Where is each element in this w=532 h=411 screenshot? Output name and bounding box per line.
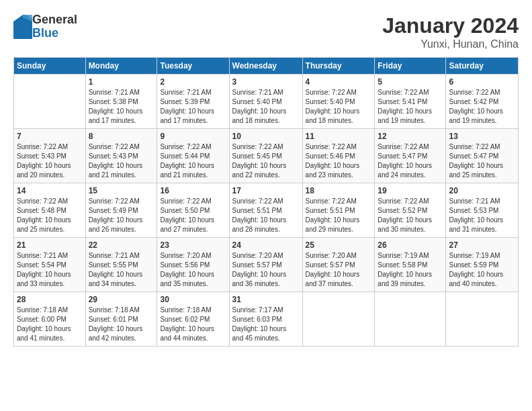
calendar-cell: 26Sunrise: 7:19 AMSunset: 5:58 PMDayligh… xyxy=(375,238,446,292)
day-number: 2 xyxy=(160,77,226,87)
day-info: Sunrise: 7:22 AMSunset: 5:51 PMDaylight:… xyxy=(232,197,287,233)
header-day-thursday: Thursday xyxy=(302,58,375,75)
day-number: 28 xyxy=(17,295,83,304)
day-info: Sunrise: 7:22 AMSunset: 5:43 PMDaylight:… xyxy=(89,143,143,179)
calendar-cell: 22Sunrise: 7:21 AMSunset: 5:55 PMDayligh… xyxy=(85,238,157,292)
calendar-title: January 2024 xyxy=(382,13,519,38)
calendar-cell: 27Sunrise: 7:19 AMSunset: 5:59 PMDayligh… xyxy=(446,238,519,292)
calendar-cell xyxy=(302,292,375,347)
day-info: Sunrise: 7:22 AMSunset: 5:50 PMDaylight:… xyxy=(160,197,214,233)
week-row-1: 1Sunrise: 7:21 AMSunset: 5:38 PMDaylight… xyxy=(14,75,519,129)
day-info: Sunrise: 7:19 AMSunset: 5:59 PMDaylight:… xyxy=(449,252,503,287)
calendar-cell: 11Sunrise: 7:22 AMSunset: 5:46 PMDayligh… xyxy=(302,129,375,183)
calendar-table: SundayMondayTuesdayWednesdayThursdayFrid… xyxy=(13,57,519,347)
day-number: 25 xyxy=(306,240,372,250)
day-number: 1 xyxy=(89,77,154,87)
calendar-cell: 4Sunrise: 7:22 AMSunset: 5:40 PMDaylight… xyxy=(302,75,375,129)
calendar-cell: 25Sunrise: 7:20 AMSunset: 5:57 PMDayligh… xyxy=(302,238,375,292)
calendar-cell: 28Sunrise: 7:18 AMSunset: 6:00 PMDayligh… xyxy=(14,292,86,347)
day-info: Sunrise: 7:22 AMSunset: 5:41 PMDaylight:… xyxy=(378,89,432,124)
day-info: Sunrise: 7:18 AMSunset: 6:02 PMDaylight:… xyxy=(160,306,214,342)
day-info: Sunrise: 7:21 AMSunset: 5:54 PMDaylight:… xyxy=(17,252,71,287)
logo-blue-text: Blue xyxy=(32,27,77,40)
day-number: 7 xyxy=(17,132,83,141)
day-info: Sunrise: 7:21 AMSunset: 5:38 PMDaylight:… xyxy=(89,89,143,124)
title-block: January 2024 Yunxi, Hunan, China xyxy=(382,13,519,50)
header-day-monday: Monday xyxy=(85,58,157,75)
week-row-4: 21Sunrise: 7:21 AMSunset: 5:54 PMDayligh… xyxy=(14,238,519,292)
week-row-3: 14Sunrise: 7:22 AMSunset: 5:48 PMDayligh… xyxy=(14,183,519,238)
day-info: Sunrise: 7:20 AMSunset: 5:56 PMDaylight:… xyxy=(160,252,214,287)
day-number: 4 xyxy=(306,77,372,87)
day-number: 17 xyxy=(232,186,300,195)
day-number: 22 xyxy=(89,240,154,250)
day-number: 5 xyxy=(378,77,443,87)
day-info: Sunrise: 7:21 AMSunset: 5:39 PMDaylight:… xyxy=(160,89,214,124)
day-number: 11 xyxy=(306,132,372,141)
header-day-saturday: Saturday xyxy=(446,58,519,75)
week-row-2: 7Sunrise: 7:22 AMSunset: 5:43 PMDaylight… xyxy=(14,129,519,183)
day-number: 12 xyxy=(378,132,443,141)
day-info: Sunrise: 7:22 AMSunset: 5:47 PMDaylight:… xyxy=(449,143,503,179)
day-number: 3 xyxy=(232,77,300,87)
calendar-cell: 12Sunrise: 7:22 AMSunset: 5:47 PMDayligh… xyxy=(375,129,446,183)
calendar-cell: 23Sunrise: 7:20 AMSunset: 5:56 PMDayligh… xyxy=(157,238,229,292)
day-info: Sunrise: 7:17 AMSunset: 6:03 PMDaylight:… xyxy=(232,306,287,342)
day-number: 18 xyxy=(306,186,372,195)
day-number: 26 xyxy=(378,240,443,250)
day-info: Sunrise: 7:22 AMSunset: 5:52 PMDaylight:… xyxy=(378,197,432,233)
day-info: Sunrise: 7:20 AMSunset: 5:57 PMDaylight:… xyxy=(306,252,360,287)
day-number: 15 xyxy=(89,186,154,195)
calendar-cell: 14Sunrise: 7:22 AMSunset: 5:48 PMDayligh… xyxy=(14,183,86,238)
day-number: 13 xyxy=(449,132,515,141)
calendar-cell: 5Sunrise: 7:22 AMSunset: 5:41 PMDaylight… xyxy=(375,75,446,129)
day-info: Sunrise: 7:21 AMSunset: 5:53 PMDaylight:… xyxy=(449,197,503,233)
calendar-cell: 2Sunrise: 7:21 AMSunset: 5:39 PMDaylight… xyxy=(157,75,229,129)
day-info: Sunrise: 7:22 AMSunset: 5:46 PMDaylight:… xyxy=(306,143,360,179)
calendar-cell: 30Sunrise: 7:18 AMSunset: 6:02 PMDayligh… xyxy=(157,292,229,347)
header: General Blue January 2024 Yunxi, Hunan, … xyxy=(13,13,519,50)
page: General Blue January 2024 Yunxi, Hunan, … xyxy=(0,0,532,353)
calendar-cell: 18Sunrise: 7:22 AMSunset: 5:51 PMDayligh… xyxy=(302,183,375,238)
day-number: 23 xyxy=(160,240,226,250)
day-number: 27 xyxy=(449,240,515,250)
day-number: 16 xyxy=(160,186,226,195)
day-info: Sunrise: 7:22 AMSunset: 5:43 PMDaylight:… xyxy=(17,143,71,179)
calendar-cell: 8Sunrise: 7:22 AMSunset: 5:43 PMDaylight… xyxy=(85,129,157,183)
logo: General Blue xyxy=(13,13,77,40)
day-info: Sunrise: 7:21 AMSunset: 5:55 PMDaylight:… xyxy=(89,252,143,287)
calendar-cell: 29Sunrise: 7:18 AMSunset: 6:01 PMDayligh… xyxy=(85,292,157,347)
calendar-cell: 1Sunrise: 7:21 AMSunset: 5:38 PMDaylight… xyxy=(85,75,157,129)
calendar-cell: 7Sunrise: 7:22 AMSunset: 5:43 PMDaylight… xyxy=(14,129,86,183)
calendar-cell xyxy=(14,75,86,129)
calendar-cell: 31Sunrise: 7:17 AMSunset: 6:03 PMDayligh… xyxy=(229,292,302,347)
day-number: 29 xyxy=(89,295,154,304)
day-info: Sunrise: 7:22 AMSunset: 5:51 PMDaylight:… xyxy=(306,197,360,233)
day-info: Sunrise: 7:22 AMSunset: 5:48 PMDaylight:… xyxy=(17,197,71,233)
calendar-cell: 21Sunrise: 7:21 AMSunset: 5:54 PMDayligh… xyxy=(14,238,86,292)
day-number: 8 xyxy=(89,132,154,141)
logo-text: General Blue xyxy=(32,13,77,40)
day-number: 10 xyxy=(232,132,300,141)
calendar-cell: 16Sunrise: 7:22 AMSunset: 5:50 PMDayligh… xyxy=(157,183,229,238)
day-info: Sunrise: 7:22 AMSunset: 5:49 PMDaylight:… xyxy=(89,197,143,233)
day-number: 14 xyxy=(17,186,83,195)
calendar-cell: 13Sunrise: 7:22 AMSunset: 5:47 PMDayligh… xyxy=(446,129,519,183)
day-info: Sunrise: 7:21 AMSunset: 5:40 PMDaylight:… xyxy=(232,89,287,124)
day-number: 19 xyxy=(378,186,443,195)
day-info: Sunrise: 7:22 AMSunset: 5:44 PMDaylight:… xyxy=(160,143,214,179)
calendar-cell: 9Sunrise: 7:22 AMSunset: 5:44 PMDaylight… xyxy=(157,129,229,183)
day-info: Sunrise: 7:20 AMSunset: 5:57 PMDaylight:… xyxy=(232,252,287,287)
calendar-cell: 19Sunrise: 7:22 AMSunset: 5:52 PMDayligh… xyxy=(375,183,446,238)
day-number: 31 xyxy=(232,295,300,304)
calendar-cell: 3Sunrise: 7:21 AMSunset: 5:40 PMDaylight… xyxy=(229,75,302,129)
calendar-cell: 24Sunrise: 7:20 AMSunset: 5:57 PMDayligh… xyxy=(229,238,302,292)
header-day-sunday: Sunday xyxy=(14,58,86,75)
calendar-cell: 15Sunrise: 7:22 AMSunset: 5:49 PMDayligh… xyxy=(85,183,157,238)
day-info: Sunrise: 7:22 AMSunset: 5:47 PMDaylight:… xyxy=(378,143,432,179)
header-day-wednesday: Wednesday xyxy=(229,58,302,75)
day-info: Sunrise: 7:22 AMSunset: 5:42 PMDaylight:… xyxy=(449,89,503,124)
header-day-friday: Friday xyxy=(375,58,446,75)
calendar-subtitle: Yunxi, Hunan, China xyxy=(382,38,519,50)
calendar-cell: 17Sunrise: 7:22 AMSunset: 5:51 PMDayligh… xyxy=(229,183,302,238)
